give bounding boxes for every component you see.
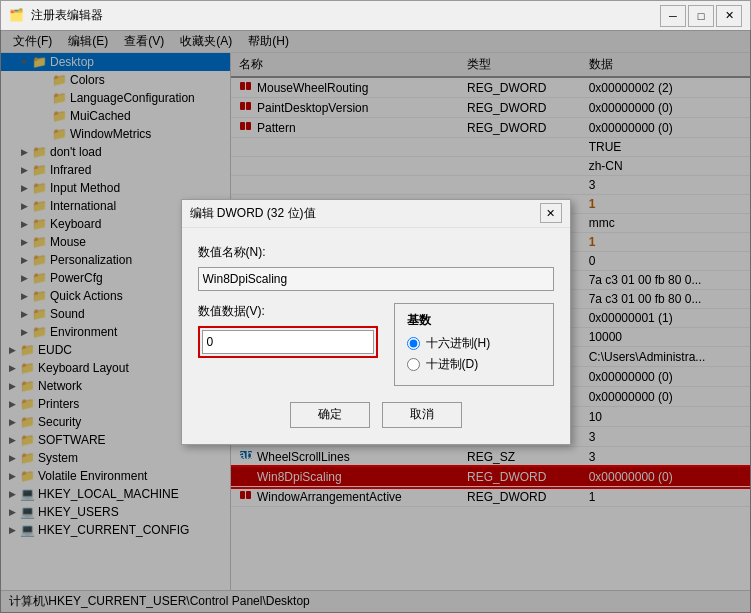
modal-right-section: 基数 十六进制(H) 十进制(D) bbox=[394, 303, 554, 386]
window-title: 注册表编辑器 bbox=[31, 7, 660, 24]
maximize-button[interactable]: □ bbox=[688, 5, 714, 27]
modal-left-section: 数值数据(V): bbox=[198, 303, 378, 386]
window-controls: ─ □ ✕ bbox=[660, 5, 742, 27]
value-input[interactable] bbox=[202, 330, 374, 354]
title-bar: 🗂️ 注册表编辑器 ─ □ ✕ bbox=[1, 1, 750, 31]
cancel-button[interactable]: 取消 bbox=[382, 402, 462, 428]
base-label: 基数 bbox=[407, 312, 541, 329]
dec-label: 十进制(D) bbox=[426, 356, 479, 373]
modal-close-button[interactable]: ✕ bbox=[540, 203, 562, 223]
base-group: 基数 十六进制(H) 十进制(D) bbox=[394, 303, 554, 386]
modal-dialog: 编辑 DWORD (32 位)值 ✕ 数值名称(N): 数值数据(V): 基数 bbox=[181, 199, 571, 445]
hex-radio[interactable] bbox=[407, 337, 420, 350]
name-label: 数值名称(N): bbox=[198, 244, 554, 261]
modal-row: 数值数据(V): 基数 十六进制(H) 十进制(D) bbox=[198, 303, 554, 386]
close-button[interactable]: ✕ bbox=[716, 5, 742, 27]
hex-radio-row: 十六进制(H) bbox=[407, 335, 541, 352]
hex-label: 十六进制(H) bbox=[426, 335, 491, 352]
value-label: 数值数据(V): bbox=[198, 303, 378, 320]
ok-button[interactable]: 确定 bbox=[290, 402, 370, 428]
modal-title: 编辑 DWORD (32 位)值 bbox=[190, 205, 540, 222]
modal-body: 数值名称(N): 数值数据(V): 基数 十六进制(H) bbox=[182, 228, 570, 444]
modal-title-bar: 编辑 DWORD (32 位)值 ✕ bbox=[182, 200, 570, 228]
name-input[interactable] bbox=[198, 267, 554, 291]
value-input-wrap bbox=[198, 326, 378, 358]
minimize-button[interactable]: ─ bbox=[660, 5, 686, 27]
app-icon: 🗂️ bbox=[9, 8, 25, 24]
modal-overlay: 编辑 DWORD (32 位)值 ✕ 数值名称(N): 数值数据(V): 基数 bbox=[0, 30, 751, 613]
dec-radio-row: 十进制(D) bbox=[407, 356, 541, 373]
dec-radio[interactable] bbox=[407, 358, 420, 371]
modal-buttons: 确定 取消 bbox=[198, 402, 554, 428]
